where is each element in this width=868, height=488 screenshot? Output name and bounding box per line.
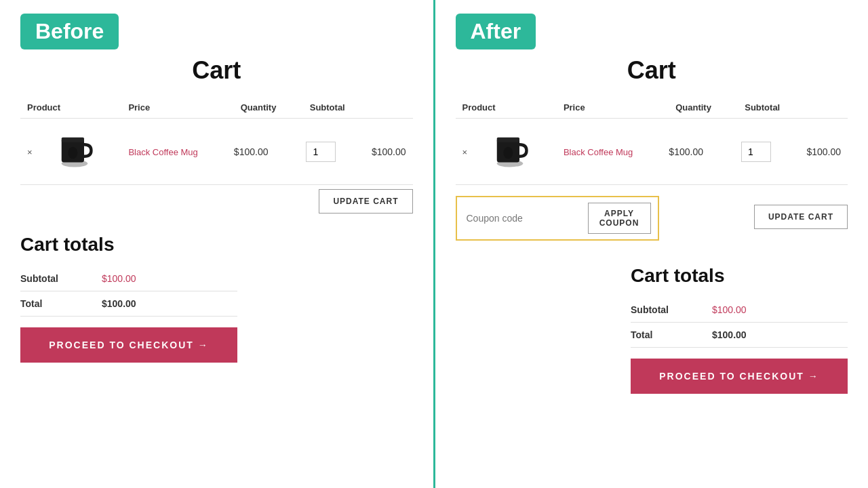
before-product-cell (44, 119, 121, 185)
after-update-cart-button[interactable]: UPDATE CART (754, 205, 848, 229)
before-subtotal-label: Subtotal (20, 266, 102, 291)
before-qty-cell (290, 119, 351, 185)
apply-coupon-button[interactable]: APPLY COUPON (588, 203, 651, 234)
after-checkout-button[interactable]: PROCEED TO CHECKOUT → (631, 359, 848, 394)
after-col-product: Product (456, 97, 557, 119)
svg-point-3 (68, 147, 77, 159)
before-subtotal-row: Subtotal $100.00 (20, 266, 237, 291)
svg-rect-6 (496, 138, 519, 142)
before-cart-title: Cart (20, 56, 413, 85)
after-subtotal-row: Subtotal $100.00 (631, 298, 848, 323)
before-col-product: Product (20, 97, 121, 119)
after-totals-table: Subtotal $100.00 Total $100.00 (631, 298, 848, 348)
after-remove-button[interactable]: × (462, 147, 468, 157)
before-totals-section: Cart totals Subtotal $100.00 Total $100.… (20, 234, 237, 363)
after-subtotal-value: $100.00 (712, 298, 848, 323)
svg-rect-2 (62, 138, 84, 142)
after-cart-totals-title: Cart totals (631, 265, 848, 287)
after-total-row: Total $100.00 (631, 323, 848, 348)
before-subtotal-value: $100.00 (102, 266, 237, 291)
after-product-cell (479, 119, 557, 185)
before-panel: Before Cart Product Price Quantity Subto… (0, 0, 433, 488)
after-total-label: Total (631, 323, 712, 348)
after-mug-image (486, 127, 534, 174)
before-checkout-button[interactable]: PROCEED TO CHECKOUT → (20, 327, 237, 363)
before-totals-table: Subtotal $100.00 Total $100.00 (20, 266, 237, 317)
coupon-input[interactable] (464, 210, 588, 226)
before-total-label: Total (20, 291, 102, 317)
before-col-subtotal: Subtotal (290, 97, 351, 119)
before-qty-input[interactable] (306, 142, 336, 162)
before-col-qty: Quantity (227, 97, 290, 119)
before-action-row: UPDATE CART (20, 189, 413, 214)
coupon-section: APPLY COUPON (456, 196, 659, 241)
before-update-cart-button[interactable]: UPDATE CART (319, 189, 412, 214)
before-remove-cell: × (20, 119, 44, 185)
after-badge: After (456, 14, 536, 49)
after-panel: After Cart Product Price Quantity Subtot… (435, 0, 869, 488)
after-total-value: $100.00 (712, 323, 848, 348)
after-remove-cell: × (456, 119, 479, 185)
before-price-cell: $100.00 (227, 119, 290, 185)
before-mug-image (51, 127, 98, 174)
before-total-row: Total $100.00 (20, 291, 237, 317)
after-action-row: APPLY COUPON UPDATE CART (456, 189, 848, 245)
svg-point-7 (503, 147, 513, 159)
before-cart-row: × Black Coffee Mug $100.00 (20, 119, 413, 185)
before-subtotal-cell: $100.00 (352, 119, 413, 185)
before-remove-button[interactable]: × (27, 147, 33, 157)
after-product-name-cell: Black Coffee Mug (557, 119, 662, 185)
after-col-qty: Quantity (662, 97, 724, 119)
after-qty-input[interactable] (741, 142, 771, 162)
after-col-subtotal: Subtotal (725, 97, 787, 119)
after-subtotal-label: Subtotal (631, 298, 712, 323)
before-product-name-cell: Black Coffee Mug (121, 119, 226, 185)
after-col-price: Price (557, 97, 662, 119)
after-totals-section: Cart totals Subtotal $100.00 Total $100.… (631, 265, 848, 394)
before-badge: Before (20, 14, 119, 49)
before-col-price: Price (121, 97, 226, 119)
after-qty-cell (725, 119, 787, 185)
before-product-link[interactable]: Black Coffee Mug (128, 147, 197, 157)
before-cart-table: Product Price Quantity Subtotal × (20, 97, 413, 185)
after-cart-title: Cart (456, 56, 848, 85)
before-cart-totals-title: Cart totals (20, 234, 237, 256)
after-product-link[interactable]: Black Coffee Mug (564, 147, 633, 157)
after-subtotal-cell: $100.00 (787, 119, 848, 185)
after-cart-table: Product Price Quantity Subtotal × (456, 97, 848, 185)
after-price-cell: $100.00 (662, 119, 724, 185)
after-cart-row: × Black Coffee Mug $100.00 (456, 119, 848, 185)
before-total-value: $100.00 (102, 291, 237, 317)
